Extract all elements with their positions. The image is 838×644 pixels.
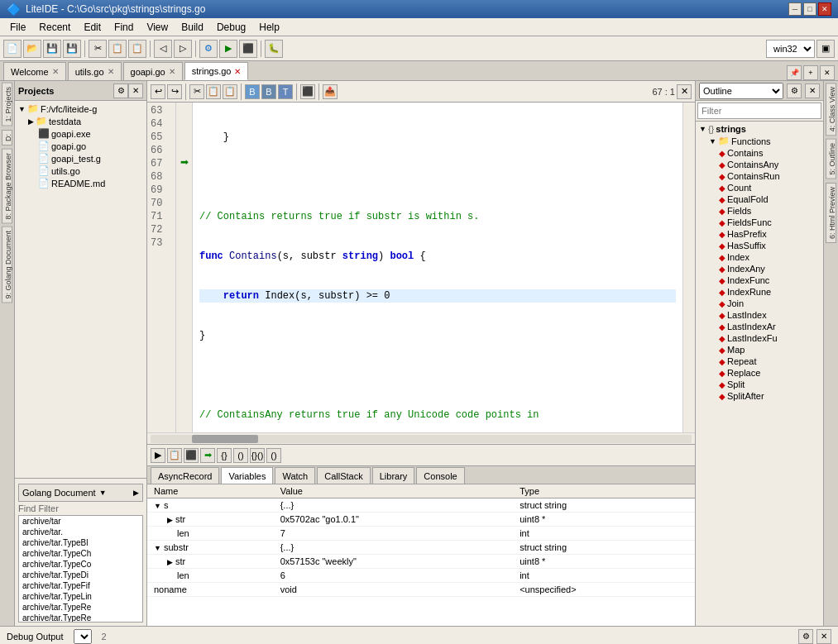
outline-strings[interactable]: ▼ {} strings	[697, 123, 821, 135]
proj-settings[interactable]: ⚙	[113, 83, 128, 98]
tb-save[interactable]: 💾	[43, 40, 61, 58]
menu-edit[interactable]: Edit	[77, 20, 108, 35]
outline-contains[interactable]: ◆ Contains	[697, 147, 821, 159]
side-tab-golang[interactable]: 9: Golang Document	[2, 227, 12, 303]
tab-utils[interactable]: utils.go ✕	[68, 62, 122, 80]
code-editor[interactable]: } // Contains returns true if substr is …	[193, 103, 682, 432]
side-tab-d[interactable]: D:	[2, 130, 12, 145]
tree-readme[interactable]: 📄 README.md	[17, 177, 145, 189]
hscroll-thumb[interactable]	[192, 435, 258, 443]
outline-settings[interactable]: ⚙	[787, 83, 802, 98]
outline-equalfold[interactable]: ◆ EqualFold	[697, 193, 821, 205]
ed-format[interactable]: T	[278, 84, 293, 99]
tb-build[interactable]: ⚙	[199, 40, 218, 58]
expand-str2[interactable]: ▶	[167, 558, 173, 566]
outline-count[interactable]: ◆ Count	[697, 182, 821, 193]
tb-stop[interactable]: ⬛	[239, 40, 257, 58]
ed-export[interactable]: 📤	[323, 84, 338, 99]
debug-step-out[interactable]: ()	[233, 448, 248, 463]
ed-replace[interactable]: B	[261, 84, 276, 99]
outline-fields[interactable]: ◆ Fields	[697, 205, 821, 217]
tb-paste[interactable]: 📋	[128, 40, 146, 58]
menu-recent[interactable]: Recent	[32, 20, 77, 35]
filter-item-6[interactable]: archive/tar.TypeFif	[19, 580, 142, 591]
expand-s[interactable]: ▼	[154, 502, 161, 510]
side-tab-htmlpreview[interactable]: 6: Html Preview	[826, 183, 836, 243]
filter-item-9[interactable]: archive/tar.TypeRe	[19, 613, 142, 623]
ed-undo[interactable]: ↩	[151, 84, 165, 99]
outline-split[interactable]: ◆ Split	[697, 379, 821, 390]
debug-step-icon[interactable]: 📋	[167, 448, 182, 463]
side-tab-pkg[interactable]: 8: Package Browser	[2, 149, 12, 224]
outline-index[interactable]: ◆ Index	[697, 251, 821, 263]
tree-goapi-test[interactable]: 📄 goapi_test.g	[17, 152, 145, 165]
filter-input[interactable]	[697, 103, 821, 119]
menu-view[interactable]: View	[140, 20, 175, 35]
filter-item-1[interactable]: archive/tar.	[19, 527, 142, 537]
outline-selector[interactable]: Outline	[699, 83, 783, 99]
tb-open[interactable]: 📂	[23, 40, 41, 58]
ed-paste[interactable]: 📋	[223, 84, 237, 99]
ed-cut[interactable]: ✂	[189, 84, 204, 99]
tb-save-all[interactable]: 💾	[63, 40, 81, 58]
menu-debug[interactable]: Debug	[210, 20, 252, 35]
tab-strings[interactable]: strings.go ✕	[184, 62, 249, 80]
tree-utils[interactable]: 📄 utils.go	[17, 165, 145, 177]
outline-map[interactable]: ◆ Map	[697, 344, 821, 355]
platform-selector[interactable]: win32	[766, 40, 815, 58]
tb-debug[interactable]: 🐛	[265, 40, 283, 58]
debug-continue[interactable]: ⬛	[184, 448, 199, 463]
tab-welcome-close[interactable]: ✕	[52, 67, 59, 76]
ed-find[interactable]: B	[245, 84, 260, 99]
expand-str1[interactable]: ▶	[167, 516, 173, 524]
tab-utils-close[interactable]: ✕	[108, 67, 114, 76]
ed-redo[interactable]: ↪	[167, 84, 182, 99]
editor-hscrollbar[interactable]	[147, 432, 695, 444]
filter-item-8[interactable]: archive/tar.TypeRe	[19, 602, 142, 613]
outline-containsrun[interactable]: ◆ ContainsRun	[697, 170, 821, 182]
proj-close[interactable]: ✕	[128, 83, 143, 98]
tab-strings-close[interactable]: ✕	[234, 67, 241, 76]
tb-run[interactable]: ▶	[219, 40, 237, 58]
tab-add[interactable]: +	[803, 65, 818, 80]
outline-fieldsfunc[interactable]: ◆ FieldsFunc	[697, 217, 821, 228]
debug-return[interactable]: ()	[266, 448, 281, 463]
filter-item-7[interactable]: archive/tar.TypeLin	[19, 591, 142, 602]
side-tab-classview[interactable]: 4: Class View	[826, 83, 836, 136]
ed-close-indicator[interactable]: ✕	[677, 84, 692, 99]
minimize-button[interactable]: ─	[788, 2, 802, 16]
debug-tab-callstack[interactable]: CallStack	[317, 467, 370, 484]
outline-indexrune[interactable]: ◆ IndexRune	[697, 286, 821, 298]
filter-item-3[interactable]: archive/tar.TypeCh	[19, 548, 142, 559]
menu-find[interactable]: Find	[108, 20, 140, 35]
tab-close-all[interactable]: ✕	[820, 65, 835, 80]
tb-platform-btn[interactable]: ▣	[816, 40, 835, 58]
tb-forward[interactable]: ▷	[174, 40, 192, 58]
tree-goapi-go[interactable]: 📄 goapi.go	[17, 140, 145, 152]
expand-substr[interactable]: ▼	[154, 544, 161, 552]
debug-tab-async[interactable]: AsyncRecord	[151, 467, 219, 484]
tree-goapi-exe[interactable]: ⬛ goapi.exe	[17, 127, 145, 140]
debug-next[interactable]: {}()	[250, 448, 265, 463]
debug-restart[interactable]: ▶	[151, 448, 165, 463]
menu-help[interactable]: Help	[252, 20, 286, 35]
side-tab-outline[interactable]: 5: Outline	[826, 139, 836, 179]
debug-tab-library[interactable]: Library	[372, 467, 415, 484]
debug-tab-console[interactable]: Console	[416, 467, 464, 484]
menu-file[interactable]: File	[3, 20, 32, 35]
tab-welcome[interactable]: Welcome ✕	[3, 62, 66, 80]
ed-stop-debug[interactable]: ⬛	[300, 84, 315, 99]
outline-hassuffix[interactable]: ◆ HasSuffix	[697, 240, 821, 251]
tb-back[interactable]: ◁	[154, 40, 172, 58]
tb-cut[interactable]: ✂	[89, 40, 107, 58]
tab-goapi[interactable]: goapi.go ✕	[123, 62, 183, 80]
tab-pin[interactable]: 📌	[787, 65, 802, 80]
tb-copy[interactable]: 📋	[108, 40, 127, 58]
editor-scrollbar[interactable]	[682, 103, 695, 432]
output-filter[interactable]	[74, 629, 92, 644]
tab-goapi-close[interactable]: ✕	[169, 67, 175, 76]
outline-splitafter[interactable]: ◆ SplitAfter	[697, 390, 821, 402]
maximize-button[interactable]: □	[803, 2, 816, 16]
output-settings[interactable]: ⚙	[798, 629, 813, 644]
outline-close[interactable]: ✕	[805, 83, 820, 98]
